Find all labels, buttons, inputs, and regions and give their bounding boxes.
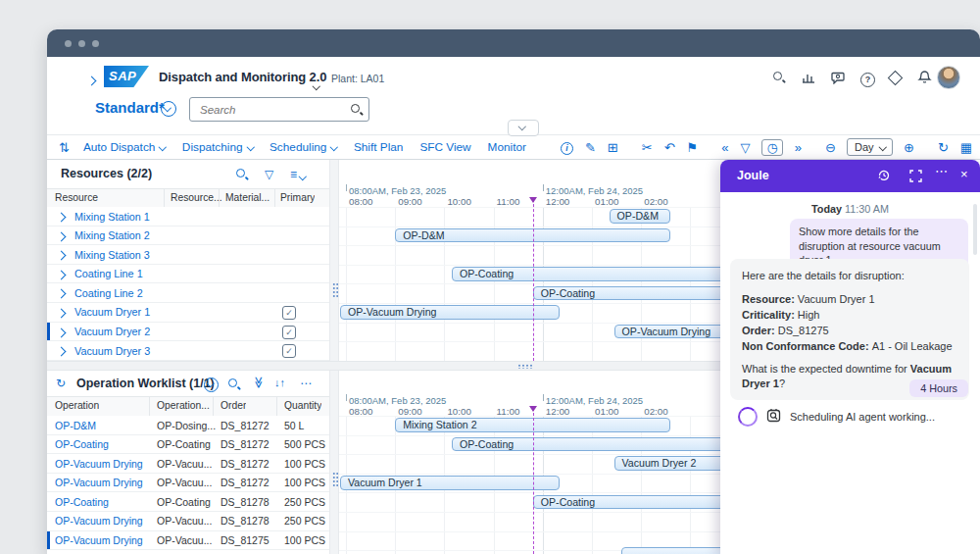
menu-sfc-view[interactable]: SFC View (419, 140, 470, 154)
table-row[interactable]: OP-CoatingOP-CoatingDS_81278250 PCS (47, 492, 329, 512)
back-button[interactable] (88, 71, 95, 88)
table-row[interactable]: Mixing Station 1 (47, 207, 329, 227)
gantt-bar[interactable]: OP-Coating (452, 267, 760, 281)
splitter-grip[interactable] (332, 282, 338, 298)
history-icon[interactable] (877, 169, 891, 186)
primary-checkbox[interactable]: ✓ (282, 306, 296, 320)
resource-link[interactable]: Coating Line 2 (74, 287, 143, 299)
table-row[interactable]: OP-Vacuum DryingOP-Vacuu...DS_81275100 P… (47, 531, 329, 551)
operation-link[interactable]: OP-Vacuum Drying (55, 458, 145, 470)
zoom-out-icon[interactable]: ⊖ (825, 141, 836, 154)
close-icon[interactable]: × (960, 168, 968, 180)
feedback-icon[interactable] (890, 71, 901, 86)
table-row[interactable]: Vacuum Dryer 3✓ (47, 341, 329, 361)
chevron-right-icon[interactable] (57, 309, 67, 319)
table-row[interactable]: Coating Line 1 (47, 265, 329, 284)
filter-icon[interactable]: ▽ (740, 141, 750, 154)
operation-link[interactable]: OP-Vacuum Drying (55, 477, 145, 488)
zoom-level-select[interactable]: Day (847, 138, 893, 156)
operation-link[interactable]: OP-Vacuum Drying (55, 515, 145, 527)
search-field[interactable] (189, 97, 369, 122)
resources-view-icon[interactable]: ≡ (290, 168, 306, 181)
help-icon[interactable]: ? (860, 71, 875, 87)
edit-dispatch-icon[interactable]: ✎ (585, 141, 596, 154)
variant-title[interactable]: Standard* (95, 99, 165, 116)
resources-filter-icon[interactable]: ▽ (265, 168, 273, 181)
column-order[interactable]: Order (220, 400, 246, 411)
operation-link[interactable]: OP-Coating (55, 438, 145, 450)
info-icon[interactable]: i (561, 140, 573, 155)
menu-dispatching[interactable]: Dispatching (182, 140, 253, 154)
table-row[interactable]: Vacuum Dryer 1✓ (47, 303, 329, 323)
chevron-right-icon[interactable] (57, 327, 67, 337)
flag-icon[interactable]: ⚑ (687, 141, 699, 154)
table-row[interactable]: OP-Vacuum DryingOP-Vacuu...DS_81272100 P… (47, 454, 329, 474)
expand-icon[interactable] (909, 169, 922, 186)
operation-link[interactable]: OP-Vacuum Drying (55, 534, 145, 546)
collapse-header-button[interactable] (508, 120, 539, 136)
menu-monitor[interactable]: Monitor (488, 140, 526, 154)
table-row[interactable]: OP-D&MOP-Dosing...DS_8127250 L (47, 416, 329, 435)
worklist-refresh-icon[interactable]: ↻ (56, 377, 66, 390)
operation-link[interactable]: OP-Coating (55, 496, 145, 508)
column-primary[interactable]: Primary (280, 192, 315, 203)
worklist-chevron-icon[interactable] (204, 378, 219, 392)
chart-icon[interactable] (802, 72, 815, 86)
app-title[interactable]: Dispatch and Monitoring 2.0 (159, 70, 326, 84)
table-row[interactable]: Mixing Station 2 (47, 227, 329, 246)
resource-link[interactable]: Mixing Station 3 (74, 249, 150, 261)
column-resource2[interactable]: Resource... (171, 192, 222, 203)
resource-link[interactable]: Vacuum Dryer 1 (74, 306, 150, 318)
gantt-bar[interactable]: OP-D&M (610, 209, 671, 224)
variant-chevron-icon[interactable] (161, 101, 176, 117)
vertical-splitter[interactable] (329, 160, 339, 554)
jump-to-now-icon[interactable]: ◷ (761, 139, 782, 156)
chevron-right-icon[interactable] (57, 251, 67, 261)
menu-auto-dispatch[interactable]: Auto Dispatch (83, 140, 166, 154)
column-quantity[interactable]: Quantity (284, 400, 321, 411)
notifications-icon[interactable] (917, 70, 932, 87)
table-row[interactable]: Mixing Station 3 (47, 245, 329, 265)
operation-link[interactable]: OP-D&M (55, 420, 145, 431)
user-avatar[interactable] (937, 66, 960, 89)
chevron-right-icon[interactable] (57, 347, 67, 357)
gantt-bar[interactable]: OP-Coating (452, 437, 760, 452)
zoom-in-icon[interactable]: ⊕ (904, 141, 914, 154)
table-row[interactable]: Vacuum Dryer 2✓ (47, 323, 329, 342)
chevron-right-icon[interactable] (57, 270, 67, 279)
joule-more-icon[interactable]: ⋯ (935, 164, 948, 178)
column-material[interactable]: Material... (225, 192, 270, 203)
resource-link[interactable]: Mixing Station 2 (74, 229, 150, 241)
primary-checkbox[interactable]: ✓ (282, 344, 296, 358)
search-icon[interactable] (772, 71, 785, 86)
resource-link[interactable]: Vacuum Dryer 2 (74, 326, 150, 337)
gantt-bar[interactable]: Vacuum Dryer 1 (340, 476, 560, 490)
table-add-icon[interactable]: ⊞ (608, 141, 618, 154)
joule-scrollbar[interactable] (973, 204, 977, 255)
chevron-right-icon[interactable] (57, 289, 67, 299)
menu-scheduling[interactable]: Scheduling (270, 140, 337, 154)
cut-icon[interactable]: ✂ (642, 141, 653, 154)
app-title-chevron-icon[interactable] (314, 75, 319, 92)
column-operation2[interactable]: Operation... (157, 400, 210, 411)
step-forward-icon[interactable]: » (795, 141, 802, 154)
splitter-grip[interactable] (517, 364, 533, 369)
worklist-search-icon[interactable] (227, 378, 240, 393)
worklist-collapse-icon[interactable]: ≫ (252, 377, 266, 389)
column-resource[interactable]: Resource (55, 192, 98, 203)
table-row[interactable]: Coating Line 2 (47, 283, 329, 303)
sequence-icon[interactable]: ⇅ (59, 140, 70, 155)
worklist-more-icon[interactable]: ⋯ (300, 377, 312, 390)
menu-shift-plan[interactable]: Shift Plan (354, 140, 404, 154)
resource-link[interactable]: Coating Line 1 (74, 268, 143, 279)
search-magnifier-icon[interactable] (350, 103, 363, 116)
gantt-bar[interactable]: OP-Vacuum Drying (340, 305, 560, 320)
step-backward-icon[interactable]: « (721, 141, 728, 154)
table-row[interactable]: OP-Vacuum DryingOP-Vacuu...DS_81272100 P… (47, 474, 329, 493)
column-operation[interactable]: Operation (55, 400, 99, 411)
table-row[interactable]: OP-CoatingOP-CoatingDS_81272500 PCS (47, 435, 329, 455)
resources-search-icon[interactable] (235, 168, 248, 183)
table-view-icon[interactable]: ▦ (960, 141, 972, 154)
undo-icon[interactable]: ↶ (664, 141, 675, 154)
resource-link[interactable]: Mixing Station 1 (74, 211, 150, 223)
